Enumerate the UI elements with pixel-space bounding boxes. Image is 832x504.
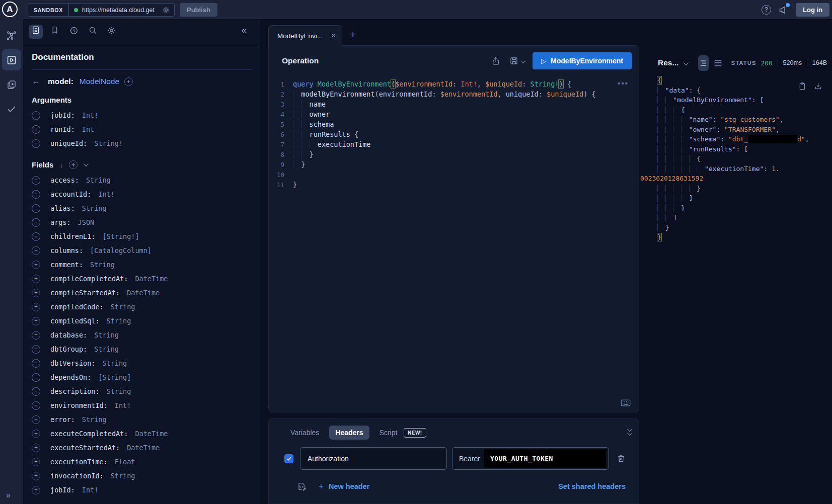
field-type[interactable]: String — [94, 331, 119, 339]
operation-tab[interactable]: ModelByEnvi... × — [268, 25, 342, 46]
field-name[interactable]: database: — [50, 331, 87, 339]
add-field-icon[interactable]: + — [32, 486, 40, 494]
keyboard-shortcuts-icon[interactable] — [621, 399, 631, 407]
table-view-icon[interactable] — [713, 55, 723, 71]
field-name[interactable]: executeStartedAt: — [50, 444, 120, 452]
graphql-editor[interactable]: 1query ModelByEnvironment($environmentId… — [269, 76, 639, 190]
explorer-play-icon[interactable] — [6, 55, 17, 65]
delete-header-trash-icon[interactable] — [617, 454, 626, 463]
response-dropdown-chevron-icon[interactable] — [684, 58, 687, 67]
add-field-icon[interactable]: + — [32, 345, 40, 354]
field-type[interactable]: String — [82, 415, 107, 424]
field-type[interactable]: String — [111, 303, 135, 311]
tab-variables[interactable]: Variables — [284, 426, 325, 440]
run-operation-button[interactable]: ▷ ModelByEnvironment — [533, 52, 632, 69]
add-field-icon[interactable]: + — [32, 190, 40, 199]
code-line[interactable]: 3 name — [269, 99, 639, 109]
expand-rail-icon[interactable]: » — [6, 491, 11, 500]
add-field-icon[interactable]: + — [32, 176, 40, 185]
response-json-viewer[interactable]: { "data": { "modelByEnvironment": [ { "n… — [657, 75, 830, 242]
add-field-icon[interactable]: + — [32, 317, 40, 325]
documentation-icon[interactable] — [31, 26, 40, 35]
login-button[interactable]: Log in — [796, 3, 829, 17]
add-model-icon[interactable]: + — [124, 77, 133, 86]
header-value-input[interactable]: Bearer YOUR_AUTH_TOKEN — [452, 447, 609, 470]
code-line[interactable]: 8 } — [269, 149, 639, 159]
code-line[interactable]: 4 owner — [269, 109, 639, 119]
add-field-icon[interactable]: + — [32, 444, 40, 452]
field-name[interactable]: error: — [50, 415, 75, 424]
close-tab-icon[interactable]: × — [331, 31, 336, 40]
code-line[interactable]: 5 schema — [269, 119, 639, 129]
field-type[interactable]: String — [86, 176, 111, 184]
tab-script[interactable]: Script — [373, 426, 404, 440]
field-name[interactable]: childrenL1: — [50, 232, 95, 240]
code-line[interactable]: 7 executionTime — [269, 139, 639, 149]
field-type[interactable]: Int! — [98, 190, 115, 198]
field-name[interactable]: jobId: — [50, 486, 75, 494]
add-field-icon[interactable]: + — [32, 289, 40, 297]
field-type[interactable]: String — [107, 387, 131, 395]
checklist-icon[interactable] — [6, 104, 17, 114]
add-field-icon[interactable]: + — [32, 401, 40, 410]
field-name[interactable]: description: — [50, 387, 100, 395]
field-type[interactable]: Int! — [82, 486, 99, 494]
code-line[interactable]: 10 — [269, 170, 639, 180]
history-icon[interactable] — [69, 26, 79, 35]
header-name-input[interactable]: Authorization — [300, 447, 447, 470]
add-field-icon[interactable]: + — [32, 331, 40, 340]
field-type[interactable]: DateTime — [135, 275, 168, 283]
field-type[interactable]: JSON — [78, 218, 95, 226]
code-line[interactable]: 6 runResults { — [269, 129, 639, 139]
settings-gear-icon[interactable] — [107, 26, 116, 35]
field-type[interactable]: String — [82, 204, 107, 212]
field-type[interactable]: String! — [94, 139, 123, 147]
field-type[interactable]: Int! — [115, 401, 131, 409]
field-name[interactable]: dbtVersion: — [50, 359, 95, 367]
field-name[interactable]: args: — [50, 218, 71, 226]
announcements-megaphone-icon[interactable] — [778, 5, 789, 15]
field-name[interactable]: accountId: — [50, 190, 91, 198]
field-name[interactable]: comment: — [50, 261, 83, 269]
field-name[interactable]: columns: — [50, 246, 83, 255]
add-all-fields-icon[interactable]: + — [69, 160, 78, 169]
field-name[interactable]: alias: — [50, 204, 75, 212]
set-shared-headers-link[interactable]: Set shared headers — [558, 482, 626, 490]
add-field-icon[interactable]: + — [32, 204, 40, 213]
field-name[interactable]: compiledCode: — [50, 303, 104, 311]
new-tab-icon[interactable]: + — [350, 28, 356, 40]
add-field-icon[interactable]: + — [32, 218, 40, 227]
share-operation-icon[interactable] — [491, 56, 500, 65]
field-name[interactable]: compileCompletedAt: — [50, 275, 128, 283]
add-field-icon[interactable]: + — [32, 373, 40, 382]
bookmark-icon[interactable] — [50, 26, 59, 35]
field-type[interactable]: [String!] — [102, 232, 139, 240]
field-type[interactable]: String — [102, 359, 127, 367]
model-type-link[interactable]: ModelNode — [80, 77, 119, 86]
field-name[interactable]: invocationId: — [50, 472, 104, 480]
add-field-icon[interactable]: + — [32, 232, 40, 241]
field-type[interactable]: String — [90, 261, 115, 269]
field-name[interactable]: jobId: — [50, 111, 75, 119]
code-line[interactable]: 11} — [269, 180, 639, 190]
add-field-icon[interactable]: + — [32, 303, 40, 311]
field-name[interactable]: dependsOn: — [50, 373, 91, 381]
add-field-icon[interactable]: + — [32, 387, 40, 396]
tab-headers[interactable]: Headers — [329, 426, 369, 440]
add-field-icon[interactable]: + — [32, 472, 40, 480]
add-field-icon[interactable]: + — [32, 275, 40, 283]
add-field-icon[interactable]: + — [32, 139, 40, 148]
add-field-icon[interactable]: + — [32, 415, 40, 424]
field-type[interactable]: DateTime — [127, 289, 160, 297]
save-operation-icon[interactable] — [509, 56, 518, 65]
editor-overflow-menu-icon[interactable]: ••• — [618, 79, 629, 88]
field-name[interactable]: access: — [50, 176, 79, 184]
save-options-chevron-icon[interactable] — [521, 56, 524, 65]
connection-settings-gear-icon[interactable] — [162, 6, 170, 14]
header-enabled-checkbox[interactable] — [284, 454, 293, 463]
field-type[interactable]: String — [107, 317, 131, 325]
endpoint-url-input[interactable]: https://metadata.cloud.get — [82, 7, 161, 14]
add-field-icon[interactable]: + — [32, 125, 40, 134]
add-field-icon[interactable]: + — [32, 261, 40, 269]
formatted-view-icon[interactable] — [698, 55, 709, 71]
